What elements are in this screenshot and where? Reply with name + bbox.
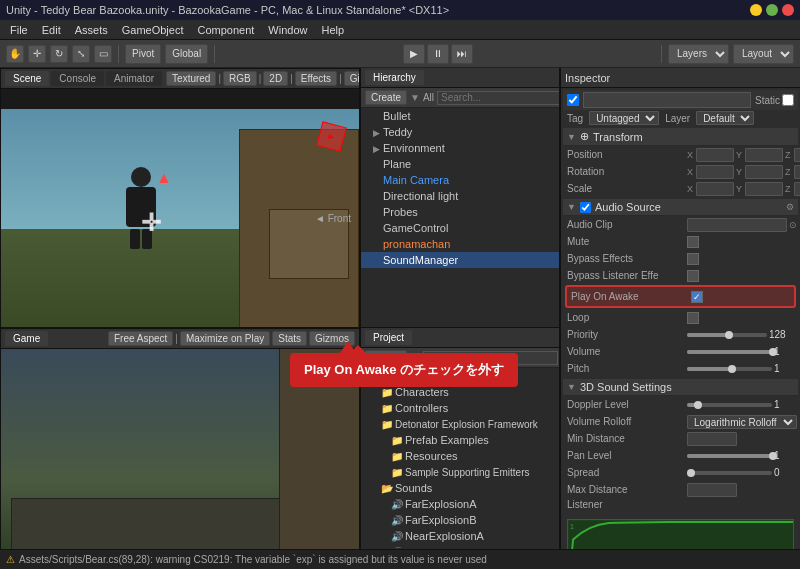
pivot-button[interactable]: Pivot <box>125 44 161 64</box>
tree-item-probes[interactable]: Probes <box>361 204 559 220</box>
menu-gameobject[interactable]: GameObject <box>116 22 190 38</box>
layers-dropdown[interactable]: Layers <box>668 44 729 64</box>
sound-3d-header[interactable]: ▼ 3D Sound Settings <box>563 379 798 396</box>
menu-component[interactable]: Component <box>191 22 260 38</box>
menu-file[interactable]: File <box>4 22 34 38</box>
tree-item-sound-manager[interactable]: SoundManager <box>361 252 559 268</box>
minimize-button[interactable] <box>750 4 762 16</box>
menu-help[interactable]: Help <box>315 22 350 38</box>
pause-button[interactable]: ⏸ <box>427 44 449 64</box>
stats-btn[interactable]: Stats <box>272 331 307 346</box>
scale-field: Scale X 1 Y 1 Z 1 <box>563 180 798 197</box>
audio-clip-picker[interactable]: ⊙ <box>789 220 797 230</box>
close-button[interactable] <box>782 4 794 16</box>
menu-assets[interactable]: Assets <box>69 22 114 38</box>
effects-btn[interactable]: Effects <box>295 71 337 86</box>
priority-slider[interactable] <box>687 333 767 337</box>
tab-hierarchy[interactable]: Hierarchy <box>365 70 424 85</box>
volume-rolloff-dropdown[interactable]: Logarithmic Rolloff <box>687 415 797 429</box>
pos-z-input[interactable]: 0 <box>794 148 800 162</box>
view-direction-label: ◄ Front <box>315 213 351 224</box>
tree-item-directional-light[interactable]: Directional light <box>361 188 559 204</box>
scale-tool-button[interactable]: ⤡ <box>72 45 90 63</box>
project-item-sample-emitters[interactable]: 📁Sample Supporting Emitters <box>361 464 559 480</box>
2d-btn[interactable]: 2D <box>263 71 288 86</box>
project-item-prefab-examples[interactable]: 📁Prefab Examples <box>361 432 559 448</box>
layout-dropdown[interactable]: Layout <box>733 44 794 64</box>
audio-source-header[interactable]: ▼ Audio Source ⚙ <box>563 199 798 216</box>
project-item-near-explosion-b[interactable]: 🔊NearExplosionB <box>361 544 559 548</box>
mute-checkbox[interactable] <box>687 236 699 248</box>
project-item-near-explosion-a[interactable]: 🔊NearExplosionA <box>361 528 559 544</box>
project-item-resources[interactable]: 📁Resources <box>361 448 559 464</box>
tab-game[interactable]: Game <box>5 331 48 346</box>
audio-source-toggle[interactable] <box>580 202 591 213</box>
scale-x-input[interactable]: 1 <box>696 182 734 196</box>
object-name-input[interactable]: SoundManager <box>583 92 751 108</box>
project-item-sounds[interactable]: 📂Sounds <box>361 480 559 496</box>
play-button[interactable]: ▶ <box>403 44 425 64</box>
tree-item-main-camera[interactable]: Main Camera <box>361 172 559 188</box>
tree-item-bullet[interactable]: Bullet <box>361 108 559 124</box>
min-distance-input[interactable]: 1 <box>687 432 737 446</box>
loop-checkbox[interactable] <box>687 312 699 324</box>
object-active-checkbox[interactable] <box>567 94 579 106</box>
tag-dropdown[interactable]: Untagged <box>589 111 659 125</box>
menu-edit[interactable]: Edit <box>36 22 67 38</box>
aspect-btn[interactable]: Free Aspect <box>108 331 173 346</box>
bypass-effects-checkbox[interactable] <box>687 253 699 265</box>
rect-tool-button[interactable]: ▭ <box>94 45 112 63</box>
rot-y-input[interactable]: 0 <box>745 165 783 179</box>
pitch-slider[interactable] <box>687 367 772 371</box>
project-item-controllers[interactable]: 📁Controllers <box>361 400 559 416</box>
project-item-far-explosion-a[interactable]: 🔊FarExplosionA <box>361 496 559 512</box>
transform-header[interactable]: ▼ ⊕ Transform <box>563 128 798 146</box>
rot-z-input[interactable]: 0 <box>794 165 800 179</box>
tab-scene[interactable]: Scene <box>5 71 49 86</box>
project-item-far-explosion-b[interactable]: 🔊FarExplosionB <box>361 512 559 528</box>
gizmo-cube[interactable]: ▶ <box>309 114 354 159</box>
global-button[interactable]: Global <box>165 44 208 64</box>
pan-level-slider[interactable] <box>687 454 772 458</box>
tree-item-environment[interactable]: ▶Environment <box>361 140 559 156</box>
doppler-slider[interactable] <box>687 403 772 407</box>
rotate-tool-button[interactable]: ↻ <box>50 45 68 63</box>
object-name-row: SoundManager Static <box>563 90 798 110</box>
menu-window[interactable]: Window <box>262 22 313 38</box>
project-item-detonator[interactable]: 📁Detonator Explosion Framework <box>361 416 559 432</box>
static-checkbox[interactable] <box>782 94 794 106</box>
tree-item-teddy[interactable]: ▶Teddy <box>361 124 559 140</box>
tree-item-gamecontrol[interactable]: GameControl <box>361 220 559 236</box>
rgb-btn[interactable]: RGB <box>223 71 257 86</box>
rot-x-input[interactable]: 0 <box>696 165 734 179</box>
gizmos-btn[interactable]: Gizmos <box>344 71 360 86</box>
volume-field: Volume 1 <box>563 343 798 360</box>
scale-y-input[interactable]: 1 <box>745 182 783 196</box>
hand-tool-button[interactable]: ✋ <box>6 45 24 63</box>
hierarchy-search-input[interactable] <box>437 91 559 105</box>
textured-btn[interactable]: Textured <box>166 71 216 86</box>
scene-canvas[interactable]: ✛ ▶ ◄ Front ▲ <box>1 109 359 327</box>
step-button[interactable]: ⏭ <box>451 44 473 64</box>
move-tool-button[interactable]: ✛ <box>28 45 46 63</box>
spread-slider[interactable] <box>687 471 772 475</box>
tree-item-plane[interactable]: Plane <box>361 156 559 172</box>
tag-layer-row: Tag Untagged Layer Default <box>563 110 798 126</box>
scale-z-input[interactable]: 1 <box>794 182 800 196</box>
volume-slider[interactable] <box>687 350 772 354</box>
pos-x-input[interactable]: 0.0747 <box>696 148 734 162</box>
tree-item-pronamachan[interactable]: pronamachan <box>361 236 559 252</box>
hierarchy-create-btn[interactable]: Create <box>365 90 407 105</box>
audio-settings-icon[interactable]: ⚙ <box>786 202 794 212</box>
layer-dropdown[interactable]: Default <box>696 111 754 125</box>
pos-y-input[interactable]: 1.5132 <box>745 148 783 162</box>
tab-console[interactable]: Console <box>51 71 104 86</box>
maximize-on-play-btn[interactable]: Maximize on Play <box>180 331 270 346</box>
maximize-button[interactable] <box>766 4 778 16</box>
tab-project[interactable]: Project <box>365 330 412 345</box>
play-on-awake-checkbox[interactable] <box>691 291 703 303</box>
tab-animator[interactable]: Animator <box>106 71 162 86</box>
bypass-listener-checkbox[interactable] <box>687 270 699 282</box>
max-distance-input[interactable]: 500 <box>687 483 737 497</box>
audio-clip-input[interactable]: None (Audio Clip) <box>687 218 787 232</box>
